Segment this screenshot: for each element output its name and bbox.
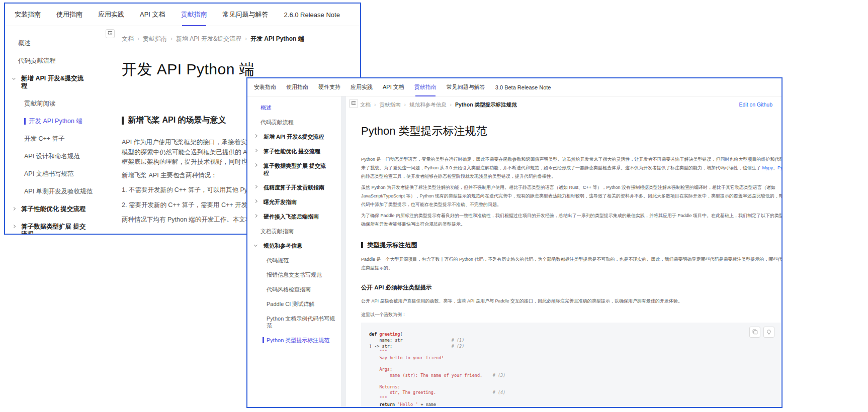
code-line [369, 361, 780, 367]
text-line: 的静态类型检查工具，使开发者能够在静态检查阶段就发现浅显的类型错误，提升代码的鲁… [361, 172, 782, 181]
text-line: 这里以一个函数为例： [361, 311, 782, 319]
code-line: Returns: [369, 384, 780, 390]
sidebar-item-overview[interactable]: 概述 [247, 104, 346, 111]
nav-item-install[interactable]: 安装指南 [15, 10, 41, 19]
paragraph: 为了确保 Paddle 内所标注的类型提示有着良好的一致性和准确性，我们根据过往… [346, 212, 782, 229]
sidebar-group-new-api[interactable]: 新增 API 开发&提交流程 [5, 75, 104, 90]
nav-item-usage[interactable]: 使用指南 [286, 83, 308, 91]
sidebar-collapse-icon [351, 100, 357, 108]
text-line: 为了确保 Paddle 内所标注的类型提示有着良好的一致性和准确性，我们根据过往… [361, 212, 782, 220]
mypy-link[interactable]: Mypy [762, 165, 773, 170]
paragraph: 虽然 Python 为开发者提供了标注类型注解的功能，但并不强制用户使用。相比于… [346, 183, 782, 210]
sidebar-group-new-api[interactable]: 新增 API 开发&提交流程 [247, 133, 346, 140]
nav-item-contribute[interactable]: 贡献指南 [414, 83, 437, 91]
sidebar-item-overview[interactable]: 概述 [5, 40, 104, 47]
nav-item-release-note[interactable]: 2.6.0 Release Note [284, 11, 340, 19]
sidebar-group-label: 曙光开发指南 [264, 199, 297, 205]
nav-item-release-note[interactable]: 3.0 Beta Release Note [495, 84, 551, 90]
nav-item-install[interactable]: 安装指南 [254, 83, 276, 91]
breadcrumb-item[interactable]: 贡献指南 [380, 101, 410, 109]
sidebar-item-doc-contribution[interactable]: 文档贡献指南 [247, 228, 346, 235]
nav-item-api-docs[interactable]: API 文档 [383, 83, 404, 91]
sidebar-item-paddle-ci[interactable]: Paddle CI 测试详解 [247, 300, 346, 307]
code-line [369, 378, 780, 384]
breadcrumb-item[interactable]: 文档 [360, 101, 380, 109]
chevron-down-icon [12, 76, 16, 80]
breadcrumb-item[interactable]: 贡献指南 [143, 35, 176, 43]
sidebar-item-api-doc-spec[interactable]: API 文档书写规范 [5, 170, 104, 178]
page-title: Python 类型提示标注规范 [361, 124, 782, 139]
sidebar-group-op-perf[interactable]: 算子性能优化 提交流程 [247, 148, 346, 155]
chevron-down-icon [254, 243, 257, 247]
chevron-right-icon [254, 134, 257, 138]
pyright-link[interactable]: Pyright [777, 165, 782, 170]
sidebar-item-error-message-spec[interactable]: 报错信息文案书写规范 [247, 271, 346, 278]
code-line: """ [369, 396, 780, 402]
breadcrumb-current: 开发 API Python 端 [250, 35, 304, 43]
text-line: Paddle 是一个大型开源项目，包含了数十万行的 Python 代码，不乏有历… [361, 255, 782, 264]
sidebar-item-python-type-hint[interactable]: Python 类型提示标注规范 [247, 337, 346, 344]
sidebar-group-label: 算子性能优化 提交流程 [264, 148, 320, 154]
sidebar-group-op-dtype[interactable]: 算子数据类型扩展 提交流程 [5, 223, 104, 234]
text-line: Python 是一门动态类型语言，变量的类型在运行时确定，因此不需要在函数参数和… [361, 155, 782, 164]
nav-item-practice[interactable]: 应用实践 [351, 83, 373, 91]
sidebar-group-label: 算子性能优化 提交流程 [21, 205, 85, 213]
sidebar-item-dev-api-python[interactable]: 开发 API Python 端 [5, 118, 104, 125]
breadcrumb-current: Python 类型提示标注规范 [455, 101, 517, 109]
sidebar-item-pre-reading[interactable]: 贡献前阅读 [5, 100, 104, 108]
chevron-right-icon [254, 214, 257, 218]
breadcrumb-item[interactable]: 新增 API 开发&提交流程 [176, 35, 250, 43]
breadcrumb-item[interactable]: 文档 [122, 35, 143, 43]
chevron-right-icon [254, 149, 257, 152]
lightbulb-button[interactable] [763, 327, 774, 338]
sidebar-item-code-style-check[interactable]: 代码风格检查指南 [247, 286, 346, 293]
sidebar-toggle-button[interactable] [349, 99, 358, 108]
nav-item-faq[interactable]: 常见问题与解答 [223, 10, 269, 19]
sidebar-group-shuguang[interactable]: 曙光开发指南 [247, 198, 346, 205]
sidebar-item-code-spec[interactable]: 代码规范 [247, 257, 346, 264]
nav-item-practice[interactable]: 应用实践 [98, 10, 124, 19]
paragraph: Python 是一门动态类型语言，变量的类型在运行时确定，因此不需要在函数参数和… [346, 155, 782, 181]
nav-item-faq[interactable]: 常见问题与解答 [447, 83, 485, 91]
chevron-right-icon [12, 225, 16, 228]
text-segment: 、 [773, 165, 777, 170]
sidebar-item-code-contribution[interactable]: 代码贡献流程 [247, 119, 346, 126]
sidebar-item-api-naming[interactable]: API 设计和命名规范 [5, 153, 104, 160]
breadcrumb: 文档 贡献指南 规范和参考信息 Python 类型提示标注规范 [360, 101, 782, 109]
sidebar-item-api-unittest[interactable]: API 单测开发及验收规范 [5, 188, 104, 195]
sidebar-group-spec-reference[interactable]: 规范和参考信息 [247, 242, 346, 249]
sidebar-group-low-precision[interactable]: 低精度算子开发贡献指南 [247, 184, 346, 191]
sidebar-scrollbar[interactable] [341, 96, 346, 407]
sidebar-item-code-contribution[interactable]: 代码贡献流程 [5, 57, 104, 65]
chevron-right-icon [254, 163, 257, 167]
copy-code-button[interactable] [749, 327, 760, 338]
nav-item-api-docs[interactable]: API 文档 [140, 10, 165, 19]
copy-icon [752, 329, 758, 336]
section-heading-text: 新增飞桨 API 的场景与意义 [128, 115, 226, 126]
sidebar-toggle-button[interactable] [106, 29, 115, 38]
nav-item-contribute[interactable]: 贡献指南 [181, 10, 207, 19]
heading-bar [122, 117, 124, 125]
code-line: name: str # (1) [369, 338, 780, 344]
back-sidebar: 概述 代码贡献流程 新增 API 开发&提交流程 贡献前阅读 开发 API Py… [5, 26, 104, 234]
sidebar-item-python-doc-example[interactable]: Python 文档示例代码书写规范 [247, 315, 346, 329]
subsection-heading: 公开 API 必须标注类型提示 [361, 284, 782, 291]
sidebar-group-op-dtype[interactable]: 算子数据类型扩展 提交流程 [247, 162, 346, 176]
code-line: name (str): The name of your friend. # (… [369, 373, 780, 379]
sidebar-group-hardware-backend[interactable]: 硬件接入飞桨后端指南 [247, 213, 346, 220]
sidebar-group-label: 新增 API 开发&提交流程 [21, 75, 83, 89]
nav-item-usage[interactable]: 使用指南 [56, 10, 82, 19]
sidebar-group-label: 低精度算子开发贡献指南 [264, 184, 324, 190]
sidebar-item-dev-cpp-op[interactable]: 开发 C++ 算子 [5, 135, 104, 143]
sidebar-group-label: 算子数据类型扩展 提交流程 [264, 163, 326, 176]
breadcrumb-item[interactable]: 规范和参考信息 [409, 101, 455, 109]
code-line: ) -> str: # (2) [369, 344, 780, 350]
edit-on-github-link[interactable]: Edit on Github [739, 101, 772, 108]
chevron-right-icon [12, 207, 16, 211]
section-heading-text: 类型提示标注范围 [367, 241, 417, 250]
heading-bar [361, 242, 363, 248]
nav-item-hardware[interactable]: 硬件支持 [318, 83, 340, 91]
sidebar-group-op-perf[interactable]: 算子性能优化 提交流程 [5, 205, 104, 213]
section-heading: 类型提示标注范围 [361, 241, 782, 250]
page-title: 开发 API Python 端 [122, 59, 360, 80]
